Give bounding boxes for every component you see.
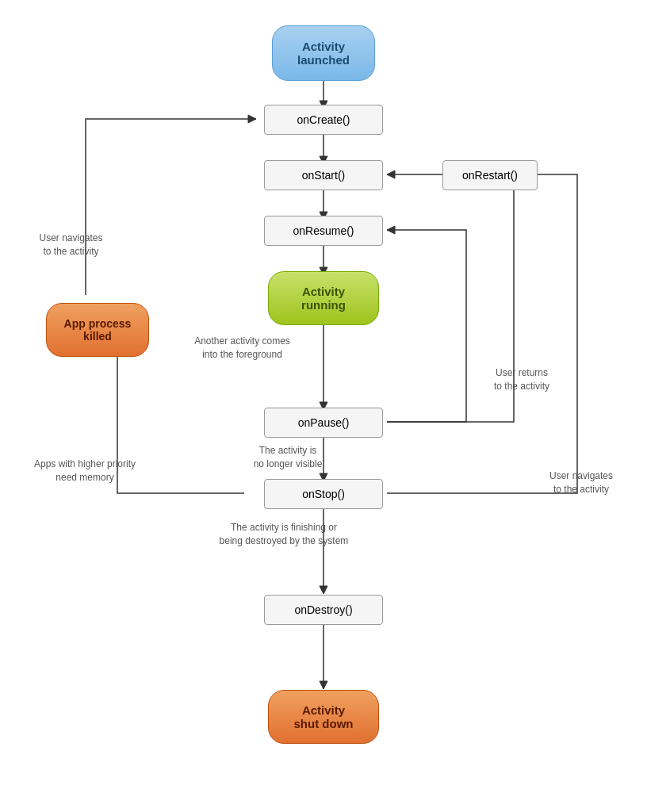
node-launched-label: Activity launched (297, 40, 350, 67)
label-no-longer-visible: The activity is no longer visible (216, 444, 359, 471)
svg-marker-17 (320, 681, 327, 689)
node-running-label: Activity running (301, 285, 346, 312)
node-onresume-label: onResume() (293, 224, 354, 237)
node-onstop-label: onStop() (302, 488, 345, 500)
svg-marker-7 (387, 170, 395, 178)
label-no-longer-visible-text: The activity is no longer visible (254, 445, 323, 469)
node-oncreate: onCreate() (264, 105, 383, 135)
label-finishing-text: The activity is finishing or being destr… (220, 522, 349, 546)
node-activity-running: Activity running (268, 271, 379, 325)
node-activity-launched: Activity launched (272, 25, 375, 81)
label-user-nav-2-text: User navigates to the activity (549, 470, 613, 495)
node-appkilled-label: App process killed (64, 317, 132, 343)
node-onstop: onStop() (264, 479, 383, 509)
node-shutdown-label: Activity shut down (294, 703, 354, 730)
node-onstart-label: onStart() (302, 169, 345, 182)
node-onrestart-label: onRestart() (462, 169, 518, 182)
svg-marker-15 (320, 586, 327, 594)
node-activity-shutdown: Activity shut down (268, 690, 379, 744)
label-user-returns: User returns to the activity (474, 366, 569, 393)
node-onresume: onResume() (264, 216, 383, 246)
node-app-process-killed: App process killed (46, 303, 149, 357)
label-finishing: The activity is finishing or being destr… (193, 521, 375, 548)
svg-marker-19 (248, 115, 256, 123)
node-onpause: onPause() (264, 408, 383, 438)
label-user-returns-text: User returns to the activity (494, 367, 549, 392)
node-onstart: onStart() (264, 160, 383, 190)
label-apps-need-memory: Apps with higher priority need memory (25, 458, 144, 485)
node-onpause-label: onPause() (298, 416, 350, 429)
node-onrestart: onRestart() (442, 160, 538, 190)
label-user-navigates-1: User navigates to the activity (25, 232, 117, 259)
activity-lifecycle-diagram: Activity launched onCreate() onStart() o… (22, 17, 625, 795)
node-ondestroy: onDestroy() (264, 595, 383, 625)
label-apps-memory-text: Apps with higher priority need memory (34, 458, 136, 483)
node-oncreate-label: onCreate() (297, 113, 350, 126)
label-user-navigates-2: User navigates to the activity (534, 469, 629, 496)
label-another-activity-text: Another activity comes into the foregrou… (194, 335, 290, 360)
label-another-activity: Another activity comes into the foregrou… (181, 335, 304, 362)
svg-marker-21 (387, 226, 395, 234)
label-user-nav-1-text: User navigates to the activity (39, 232, 102, 257)
node-ondestroy-label: onDestroy() (294, 603, 352, 616)
